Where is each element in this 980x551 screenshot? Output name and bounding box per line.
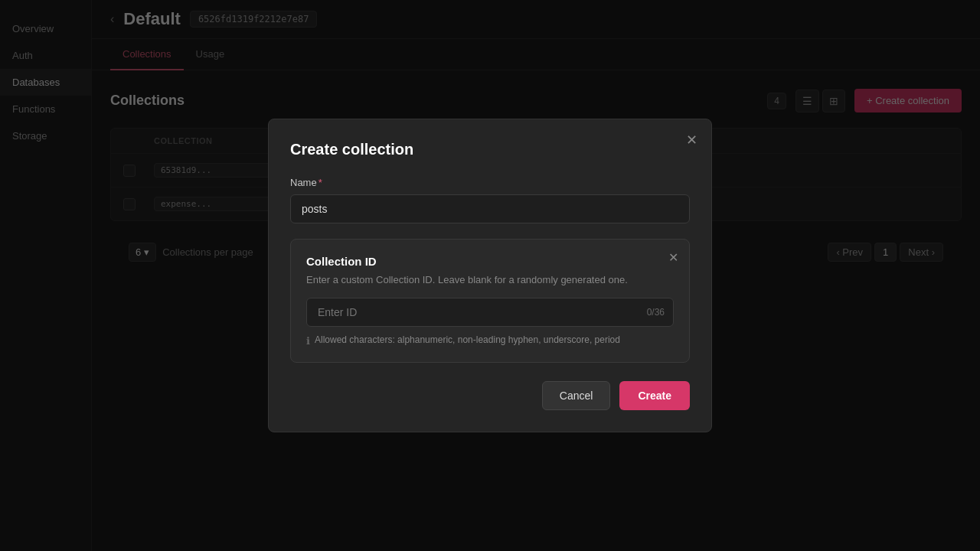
name-label: Name * (290, 177, 690, 188)
create-button[interactable]: Create (619, 381, 690, 410)
create-collection-modal: Create collection ✕ Name * Collection ID… (268, 119, 712, 432)
collection-id-input[interactable] (306, 298, 674, 327)
cancel-button[interactable]: Cancel (542, 381, 611, 410)
hint-text: ℹ Allowed characters: alphanumeric, non-… (306, 334, 674, 347)
modal-title: Create collection (290, 141, 690, 158)
info-icon: ℹ (306, 335, 310, 347)
collection-name-input[interactable] (290, 194, 690, 223)
modal-close-button[interactable]: ✕ (686, 133, 697, 147)
id-input-wrapper: 0/36 (306, 298, 674, 327)
panel-close-button[interactable]: ✕ (668, 250, 678, 265)
panel-description: Enter a custom Collection ID. Leave blan… (306, 274, 674, 285)
panel-title: Collection ID (306, 255, 674, 268)
required-star: * (318, 177, 322, 188)
name-field-group: Name * (290, 177, 690, 223)
modal-overlay[interactable]: Create collection ✕ Name * Collection ID… (0, 0, 980, 551)
collection-id-panel: Collection ID ✕ Enter a custom Collectio… (290, 239, 690, 363)
id-counter: 0/36 (647, 307, 665, 318)
modal-footer: Cancel Create (290, 381, 690, 410)
